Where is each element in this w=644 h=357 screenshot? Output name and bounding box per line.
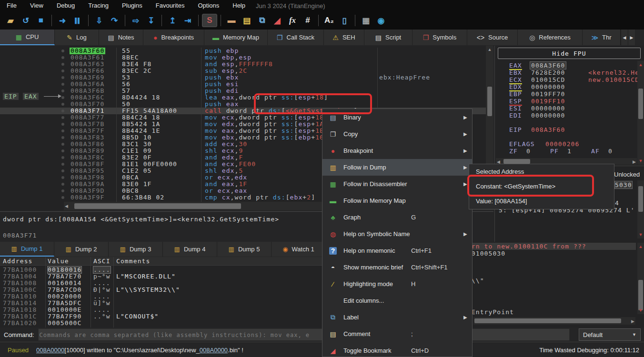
disasm-row[interactable]: 008A3F6B57push edi [0, 88, 493, 94]
disasm-row[interactable]: 008A3F6683EC 2Csub esp,2C [0, 68, 493, 74]
run-icon[interactable]: ➜ [55, 14, 70, 27]
register-value[interactable]: 00000206 [545, 140, 579, 148]
step-over-icon[interactable]: ↷ [107, 14, 121, 27]
register-row[interactable]: EIP008A3F60 [495, 126, 644, 133]
dump-row[interactable]: 77BA100000180016.... [0, 267, 322, 273]
menu-item-help-on-symbolic-name[interactable]: ◍Help on Symbolic Name▶ [322, 226, 472, 242]
register-value[interactable]: 0019FF10 [531, 98, 565, 105]
breakpoint-dot-icon[interactable] [61, 123, 64, 126]
dump-column-header[interactable]: Address [3, 257, 33, 265]
register-value[interactable]: 0019FF70 [531, 90, 565, 98]
menu-favourites[interactable]: Favourites [149, 0, 191, 11]
register-row[interactable]: ESI00000000 [495, 105, 644, 112]
step-into-swallow-icon[interactable]: ↧ [144, 14, 158, 27]
comments-icon[interactable]: ▤ [240, 14, 254, 27]
register-row[interactable]: EDX00000000 [495, 83, 644, 90]
register-row[interactable]: ECX010015CDnew.010015CD [495, 76, 644, 83]
step-into-icon[interactable]: ⇩ [92, 14, 106, 27]
restart-icon[interactable]: ↺ [19, 14, 33, 27]
dump-row[interactable]: 77BA100C77BA7CD0Đ|°wL"\\SYSTEM32\\" [0, 287, 322, 293]
dump-row[interactable]: 77BA10200005000C [0, 320, 322, 327]
breakpoint-dot-icon[interactable] [61, 50, 64, 52]
register-value[interactable]: 008A3F60 [531, 126, 565, 133]
disasm-row[interactable]: 008A3F618BECmov ebp,esp [0, 54, 493, 61]
menu-item-help-on-mnemonic[interactable]: ?Help on mnemonicCtrl+F1 [322, 242, 472, 259]
register-row[interactable]: EDI00000000 [495, 112, 644, 119]
tab-log[interactable]: ✎Log [55, 30, 99, 45]
menu-item-edit-columns[interactable]: Edit columns... [322, 292, 472, 309]
tab-source[interactable]: <>Source [467, 30, 518, 45]
tab-dump-4[interactable]: ▥Dump 4 [163, 242, 217, 257]
menu-item-copy[interactable]: ❐Copy▶ [322, 126, 472, 142]
animate-into-icon[interactable]: ⇨ [129, 14, 143, 27]
menu-view[interactable]: View [23, 0, 50, 11]
register-row[interactable]: EBX7628E200<kernel32.He [495, 69, 644, 76]
execute-till-return-icon[interactable]: ↥ [165, 14, 180, 27]
menu-item-follow-in-dump[interactable]: ▥Follow in Dump▶ [322, 159, 472, 176]
menu-tracing[interactable]: Tracing [81, 0, 115, 11]
menu-item-label[interactable]: ⧉Label▶ [322, 309, 472, 326]
labels-icon[interactable]: ⧉ [255, 14, 269, 27]
menu-item-highlighting-mode[interactable]: ∕Highlighting modeH [322, 276, 472, 292]
tab-dump-2[interactable]: ▥Dump 2 [54, 242, 109, 257]
tab-watch-1[interactable]: ◉Watch 1 [272, 242, 326, 257]
hide-fpu-button[interactable]: Hide FPU [498, 48, 641, 59]
register-value[interactable]: 00000000 [531, 83, 565, 90]
tab-call-stack[interactable]: ❐Call Stack [268, 30, 324, 45]
dump-column-header[interactable]: Value [48, 257, 69, 265]
breakpoint-dot-icon[interactable] [61, 116, 64, 119]
breakpoint-dot-icon[interactable] [61, 169, 64, 172]
dump-column-header[interactable]: ASCI [93, 257, 111, 265]
menu-item-graph[interactable]: ♣GraphG [322, 209, 472, 226]
flags-row[interactable]: ZF0PF1AF0 [495, 148, 644, 155]
menu-item-toggle-bookmark[interactable]: ◢Toggle BookmarkCtrl+D [322, 342, 472, 357]
menu-item-show-mnemonic-brief[interactable]: ◓Show mnemonic briefCtrl+Shift+F1 [322, 259, 472, 276]
stack-vscrollbar[interactable]: ▲ ▼ [637, 243, 644, 314]
memory-device-icon[interactable]: ▯ [337, 14, 352, 27]
calculator-icon[interactable]: ▦ [359, 14, 373, 27]
internet-icon[interactable]: ◉ [374, 14, 388, 27]
tab-seh[interactable]: ⚠SEH [324, 30, 364, 45]
stack-row[interactable]: ew.01005030 [459, 250, 636, 257]
bookmarks-icon[interactable]: ◢ [270, 14, 284, 27]
register-row[interactable] [495, 119, 644, 126]
stack-panel[interactable]: eturn to new.0100110C from ???ew.0100503… [457, 242, 644, 327]
dump-column-header[interactable]: Comments [116, 257, 150, 265]
menu-plugins[interactable]: Plugins [115, 0, 149, 11]
breakpoint-dot-icon[interactable] [61, 63, 64, 66]
breakpoint-dot-icon[interactable] [61, 163, 64, 166]
breakpoint-dot-icon[interactable] [61, 76, 64, 79]
menu-item-follow-in-disassembler[interactable]: ▦Follow in Disassembler▶ [322, 176, 472, 192]
register-row[interactable]: EBP0019FF70 [495, 90, 644, 98]
tab-cpu[interactable]: ▦CPU [0, 30, 55, 45]
breakpoint-dot-icon[interactable] [61, 136, 64, 139]
dump-row[interactable]: 77BA101477BA5DFCü]°w [0, 300, 322, 307]
menu-item-breakpoint[interactable]: ●Breakpoint▶ [322, 142, 472, 159]
tab-script[interactable]: ▤Script [364, 30, 413, 45]
register-row[interactable]: EAX008A3F60 [495, 62, 644, 69]
calling-convention-dropdown[interactable]: Default ▼ [579, 328, 641, 341]
breakpoint-dot-icon[interactable] [61, 176, 64, 179]
stack-row[interactable]: ew.EntryPoint [459, 308, 636, 316]
disasm-row[interactable]: 008A3F6953push ebxebx:HeapFree [0, 74, 493, 81]
register-value[interactable]: 00000000 [531, 112, 565, 119]
menu-file[interactable]: File [0, 0, 23, 11]
breakpoint-dot-icon[interactable] [61, 143, 64, 146]
address-link[interactable]: 008A0000 [36, 347, 64, 354]
tab-symbols[interactable]: ❒Symbols [413, 30, 467, 45]
dump-row[interactable]: 77BA101C77BA7F90..°wL"CONOUT$" [0, 313, 322, 320]
tab-scroll-left-icon[interactable]: ◀ [621, 30, 628, 45]
disasm-row[interactable]: 008A3F6383E4 F8and esp,FFFFFFF8 [0, 61, 493, 68]
fx-icon[interactable]: fx [285, 14, 300, 27]
menu-item-follow-in-memory-map[interactable]: ▬Follow in Memory Map [322, 192, 472, 209]
breakpoint-dot-icon[interactable] [61, 129, 64, 132]
tab-references[interactable]: ◎References [518, 30, 583, 45]
dump-row[interactable]: 77BA101000020000.... [0, 293, 322, 300]
disasm-row[interactable]: 008A3F6A56push esi [0, 81, 493, 88]
register-row[interactable]: ESP0019FF10 [495, 98, 644, 105]
registers-vscrollbar[interactable]: ▲ ▼ [637, 61, 644, 165]
open-file-icon[interactable]: ▰ [3, 14, 18, 27]
breakpoint-dot-icon[interactable] [61, 156, 64, 159]
breakpoint-dot-icon[interactable] [61, 189, 64, 192]
address-link[interactable]: 008A0000 [200, 347, 228, 354]
